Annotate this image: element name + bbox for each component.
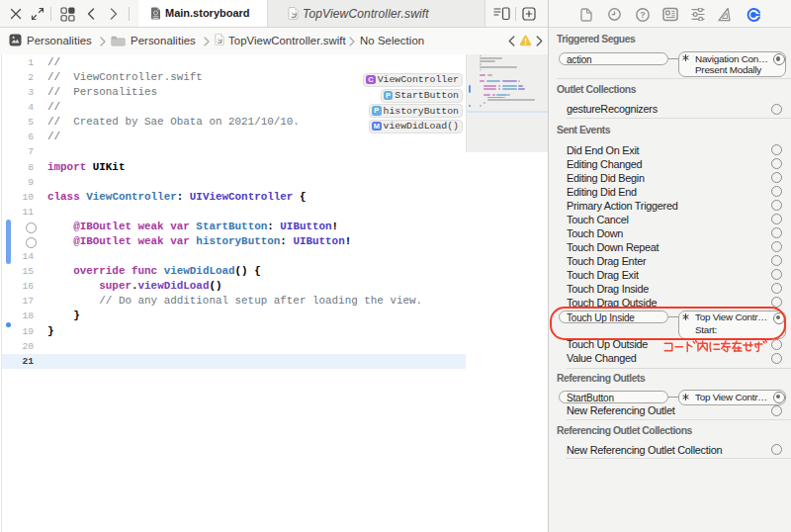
svg-text:?: ? xyxy=(640,10,645,20)
